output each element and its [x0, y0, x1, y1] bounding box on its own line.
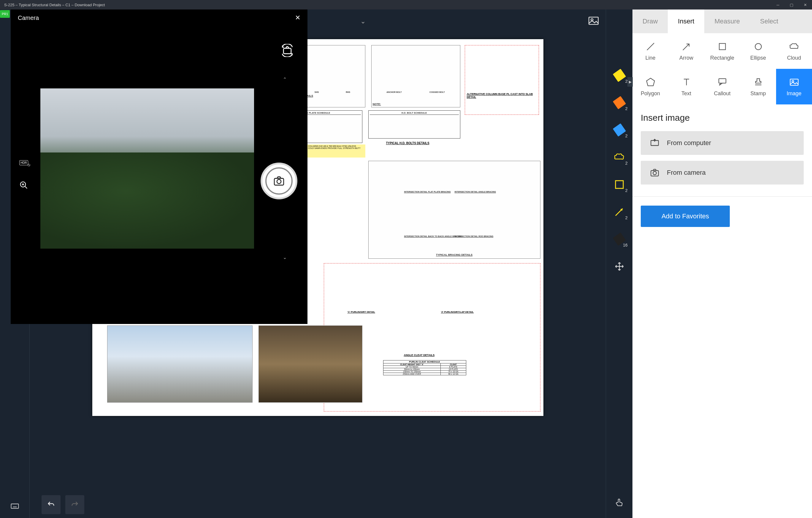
tool-rectangle[interactable]: Rectangle — [704, 33, 740, 69]
tool-line[interactable]: Line — [633, 33, 668, 69]
redo-button[interactable] — [65, 495, 84, 514]
svg-rect-8 — [615, 181, 623, 188]
cloud-yellow[interactable]: 2 — [613, 151, 626, 164]
tool-callout[interactable]: Callout — [704, 69, 740, 104]
minimize-button[interactable]: ─ — [771, 0, 785, 9]
zoom-in-icon[interactable] — [18, 179, 30, 191]
pen-blue[interactable]: 2 — [613, 123, 626, 136]
svg-line-11 — [647, 43, 654, 50]
camera-close-button[interactable]: ✕ — [295, 14, 300, 22]
add-to-favorites-button[interactable]: Add to Favorites — [641, 206, 730, 227]
move-tool[interactable] — [613, 260, 626, 273]
titlebar: S-225 – Typical Structural Details – C1 … — [0, 0, 812, 9]
tool-ellipse[interactable]: Ellipse — [740, 33, 776, 69]
title-c-purlin: 'C' PURLIN/GIRT DETAIL — [348, 311, 375, 313]
label-cogged: COGGED BOLT — [430, 91, 445, 93]
svg-rect-16 — [719, 79, 726, 83]
window-title: S-225 – Typical Structural Details – C1 … — [0, 3, 771, 7]
section-insert-image-title: Insert image — [633, 104, 812, 128]
svg-line-12 — [683, 44, 689, 50]
camera-window: Camera ✕ ⌃ HDR ⦸ ⌄ — [11, 9, 308, 324]
rect-yellow[interactable]: 2 — [613, 178, 626, 191]
divider — [633, 196, 812, 197]
label-rhs: RHS — [346, 91, 350, 93]
from-camera-button[interactable]: From camera — [641, 161, 804, 185]
tool-text[interactable]: Text — [668, 69, 704, 104]
purlin-cleat-schedule-table: PURLIN CLEAT SCHEDULE CLEAT HEIGHT DIST … — [383, 360, 466, 375]
tool-polygon[interactable]: Polygon — [633, 69, 668, 104]
arrow-yellow[interactable]: 2 — [613, 205, 626, 218]
svg-rect-13 — [719, 43, 725, 50]
camera-preview — [40, 88, 254, 249]
pen-orange[interactable]: 2 — [613, 96, 626, 109]
side-panel: Draw Insert Measure Select Line Arrow Re… — [633, 9, 812, 518]
camera-up-icon[interactable]: ⌃ — [283, 77, 287, 82]
tool-image[interactable]: Image — [776, 69, 812, 104]
svg-rect-22 — [284, 48, 291, 54]
label-anchor: ANCHOR BOLT — [386, 91, 402, 93]
title-hd-bolts: TYPICAL H.D. BOLTS DETAILS — [386, 142, 430, 145]
preview-tag: PR1 — [0, 10, 10, 18]
svg-marker-15 — [646, 78, 655, 86]
svg-line-24 — [25, 186, 27, 189]
redline-1 — [465, 45, 539, 115]
title-int-flat: INTERSECTION DETAIL FLAT PLATE BRACING — [404, 191, 451, 193]
image-overlay-toggle[interactable] — [587, 14, 600, 28]
undo-button[interactable] — [41, 495, 61, 514]
brush-black[interactable]: 16 — [613, 233, 626, 246]
title-bracing: TYPICAL BRACING DETAILS — [436, 254, 472, 256]
camera-flip-icon[interactable] — [281, 44, 294, 58]
title-int-rod: INTERSECTION DETAIL ROD BRACING — [455, 235, 494, 238]
label-note: NOTE: — [373, 103, 381, 106]
pen-yellow[interactable]: 2 — [613, 69, 626, 82]
title-angle-cleat: ANGLE CLEAT DETAILS — [404, 354, 435, 357]
placed-image-2[interactable] — [259, 326, 362, 403]
touch-mode-button[interactable] — [613, 496, 626, 509]
camera-shutter-button[interactable] — [261, 162, 297, 200]
chevron-down-icon: ⌄ — [360, 18, 366, 25]
title-int-back: INTERSECTION DETAIL BACK TO BACK ANGLE B… — [404, 235, 462, 238]
title-alt-base: ALTERNATIVE COLUMN BASE PL CAST INTO SLA… — [467, 93, 538, 98]
hdr-toggle[interactable]: HDR ⦸ — [18, 157, 30, 169]
svg-rect-17 — [790, 79, 798, 85]
placed-image-1[interactable] — [107, 326, 253, 403]
collapse-sidepanel-button[interactable]: ▶ — [628, 77, 633, 87]
tool-cloud[interactable]: Cloud — [776, 33, 812, 69]
tool-stamp[interactable]: Stamp — [740, 69, 776, 104]
tool-arrow[interactable]: Arrow — [668, 33, 704, 69]
tab-draw[interactable]: Draw — [633, 9, 668, 33]
camera-down-icon[interactable]: ⌄ — [283, 254, 287, 260]
tab-select[interactable]: Select — [750, 9, 788, 33]
tab-measure[interactable]: Measure — [704, 9, 750, 33]
title-int-angle: INTERSECTION DETAIL ANGLE BRACING — [455, 191, 496, 193]
svg-point-28 — [277, 180, 281, 184]
label-shs2: SHS — [315, 91, 319, 93]
svg-rect-6 — [589, 17, 598, 25]
svg-point-21 — [653, 172, 656, 175]
title-hd-schedule: H.D. BOLT SCHEDULE — [370, 112, 459, 115]
keyboard-icon[interactable] — [9, 500, 21, 512]
svg-rect-0 — [11, 504, 19, 509]
close-button[interactable]: ✕ — [799, 0, 812, 9]
tab-insert[interactable]: Insert — [668, 9, 704, 33]
camera-title: Camera — [18, 14, 39, 21]
maximize-button[interactable]: ▢ — [785, 0, 799, 9]
from-computer-button[interactable]: From computer — [641, 131, 804, 155]
svg-point-14 — [755, 43, 761, 50]
title-z-purlin: 'Z' PURLIN/GIRT/LAP DETAIL — [441, 311, 474, 313]
